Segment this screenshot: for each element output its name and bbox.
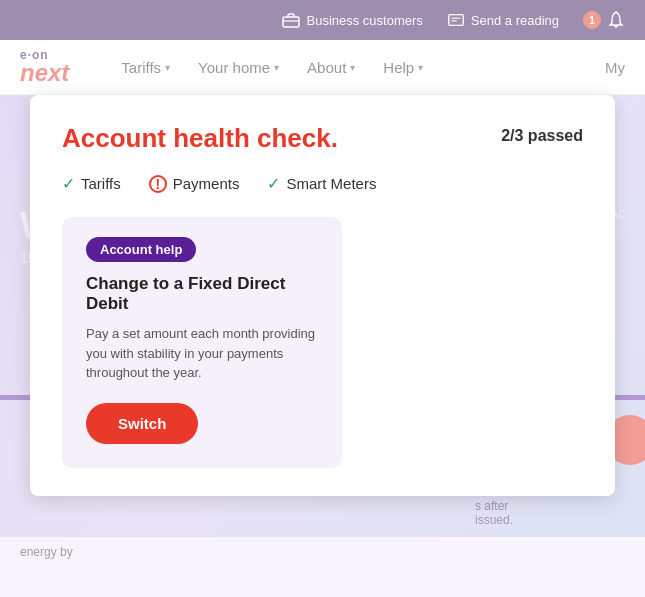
- help-card-description: Pay a set amount each month providing yo…: [86, 324, 318, 383]
- check-tariffs-label: Tariffs: [81, 175, 121, 192]
- modal-title: Account health check.: [62, 123, 338, 154]
- checks-row: ✓ Tariffs ! Payments ✓ Smart Meters: [62, 174, 583, 193]
- check-payments-label: Payments: [173, 175, 240, 192]
- check-ok-icon: ✓: [62, 174, 75, 193]
- check-payments: ! Payments: [149, 175, 240, 193]
- account-help-badge: Account help: [86, 237, 196, 262]
- help-card-title: Change to a Fixed Direct Debit: [86, 274, 318, 314]
- help-card: Account help Change to a Fixed Direct De…: [62, 217, 342, 468]
- modal-header: Account health check. 2/3 passed: [62, 123, 583, 154]
- check-tariffs: ✓ Tariffs: [62, 174, 121, 193]
- check-ok-icon-2: ✓: [267, 174, 280, 193]
- check-smart-meters-label: Smart Meters: [286, 175, 376, 192]
- switch-button[interactable]: Switch: [86, 403, 198, 444]
- check-warn-icon: !: [149, 175, 167, 193]
- passed-badge: 2/3 passed: [501, 127, 583, 145]
- check-smart-meters: ✓ Smart Meters: [267, 174, 376, 193]
- account-health-check-modal: Account health check. 2/3 passed ✓ Tarif…: [30, 95, 615, 496]
